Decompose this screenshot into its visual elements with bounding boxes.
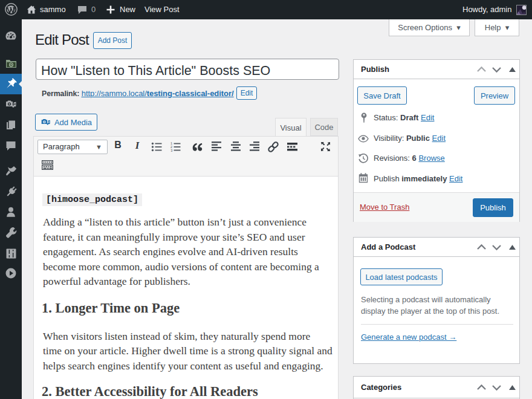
svg-text:3: 3 — [170, 149, 172, 152]
